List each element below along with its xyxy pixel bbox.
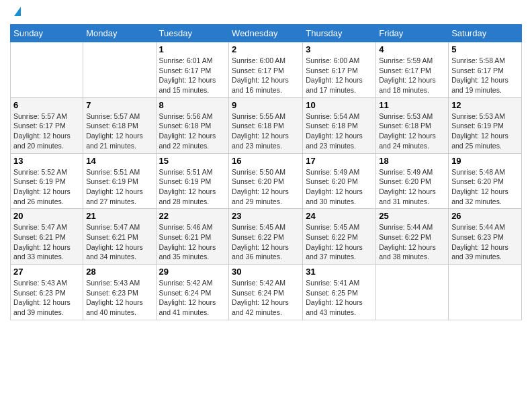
logo (10, 7, 24, 19)
day-number: 9 (232, 100, 300, 110)
calendar-page: SundayMondayTuesdayWednesdayThursdayFrid… (0, 0, 532, 411)
calendar-cell: 3Sunrise: 6:00 AMSunset: 6:17 PMDaylight… (303, 42, 376, 98)
day-info: Sunrise: 5:41 AMSunset: 6:25 PMDaylight:… (306, 278, 373, 318)
day-number: 22 (159, 211, 226, 221)
day-info: Sunrise: 5:49 AMSunset: 6:20 PMDaylight:… (306, 167, 373, 207)
calendar-cell: 6Sunrise: 5:57 AMSunset: 6:17 PMDaylight… (11, 97, 83, 153)
day-header-tuesday: Tuesday (156, 25, 229, 42)
day-info: Sunrise: 5:51 AMSunset: 6:19 PMDaylight:… (86, 167, 152, 207)
calendar-cell: 8Sunrise: 5:56 AMSunset: 6:18 PMDaylight… (156, 97, 229, 153)
day-info: Sunrise: 5:53 AMSunset: 6:19 PMDaylight:… (451, 111, 519, 151)
day-info: Sunrise: 5:48 AMSunset: 6:20 PMDaylight:… (451, 167, 519, 207)
day-info: Sunrise: 5:43 AMSunset: 6:23 PMDaylight:… (13, 278, 80, 318)
day-number: 29 (159, 267, 226, 277)
day-info: Sunrise: 5:54 AMSunset: 6:18 PMDaylight:… (306, 111, 373, 151)
calendar-cell: 25Sunrise: 5:44 AMSunset: 6:22 PMDayligh… (376, 209, 449, 265)
day-number: 30 (232, 267, 300, 277)
day-number: 18 (379, 156, 445, 166)
calendar-cell (449, 265, 522, 320)
calendar-cell: 12Sunrise: 5:53 AMSunset: 6:19 PMDayligh… (449, 97, 522, 153)
calendar-cell (376, 265, 449, 320)
day-info: Sunrise: 5:49 AMSunset: 6:20 PMDaylight:… (379, 167, 445, 207)
day-info: Sunrise: 5:46 AMSunset: 6:21 PMDaylight:… (159, 222, 226, 262)
day-info: Sunrise: 5:53 AMSunset: 6:18 PMDaylight:… (379, 111, 445, 151)
calendar-cell: 30Sunrise: 5:42 AMSunset: 6:24 PMDayligh… (229, 265, 303, 320)
day-number: 24 (306, 211, 373, 221)
day-number: 26 (451, 211, 519, 221)
week-row-1: 1Sunrise: 6:01 AMSunset: 6:17 PMDaylight… (11, 42, 522, 98)
day-header-friday: Friday (376, 25, 449, 42)
day-header-thursday: Thursday (303, 25, 376, 42)
day-number: 19 (451, 156, 519, 166)
day-number: 11 (379, 100, 445, 110)
day-number: 27 (13, 267, 80, 277)
calendar-cell: 26Sunrise: 5:44 AMSunset: 6:23 PMDayligh… (449, 209, 522, 265)
day-number: 14 (86, 156, 152, 166)
day-number: 31 (306, 267, 373, 277)
calendar-cell: 9Sunrise: 5:55 AMSunset: 6:18 PMDaylight… (229, 97, 303, 153)
calendar-cell (83, 42, 156, 98)
day-info: Sunrise: 5:56 AMSunset: 6:18 PMDaylight:… (159, 111, 226, 151)
day-number: 8 (159, 100, 226, 110)
day-info: Sunrise: 5:59 AMSunset: 6:17 PMDaylight:… (379, 56, 445, 95)
day-info: Sunrise: 5:58 AMSunset: 6:17 PMDaylight:… (451, 56, 519, 95)
day-info: Sunrise: 5:57 AMSunset: 6:18 PMDaylight:… (86, 111, 152, 151)
day-number: 3 (306, 44, 373, 54)
day-number: 13 (13, 156, 80, 166)
calendar-cell: 28Sunrise: 5:43 AMSunset: 6:23 PMDayligh… (83, 265, 156, 320)
day-number: 20 (13, 211, 80, 221)
day-number: 2 (232, 44, 300, 54)
calendar-cell: 27Sunrise: 5:43 AMSunset: 6:23 PMDayligh… (11, 265, 83, 320)
day-info: Sunrise: 5:47 AMSunset: 6:21 PMDaylight:… (86, 222, 152, 262)
day-info: Sunrise: 5:42 AMSunset: 6:24 PMDaylight:… (232, 278, 300, 318)
calendar-cell: 13Sunrise: 5:52 AMSunset: 6:19 PMDayligh… (11, 153, 83, 209)
day-header-wednesday: Wednesday (229, 25, 303, 42)
day-number: 21 (86, 211, 152, 221)
day-info: Sunrise: 6:01 AMSunset: 6:17 PMDaylight:… (159, 56, 226, 95)
day-number: 16 (232, 156, 300, 166)
day-info: Sunrise: 6:00 AMSunset: 6:17 PMDaylight:… (232, 56, 300, 95)
calendar-cell: 1Sunrise: 6:01 AMSunset: 6:17 PMDaylight… (156, 42, 229, 98)
calendar-cell: 11Sunrise: 5:53 AMSunset: 6:18 PMDayligh… (376, 97, 449, 153)
calendar-cell: 23Sunrise: 5:45 AMSunset: 6:22 PMDayligh… (229, 209, 303, 265)
day-number: 1 (159, 44, 226, 54)
day-number: 7 (86, 100, 152, 110)
calendar-cell: 17Sunrise: 5:49 AMSunset: 6:20 PMDayligh… (303, 153, 376, 209)
day-number: 23 (232, 211, 300, 221)
day-number: 17 (306, 156, 373, 166)
calendar-cell: 24Sunrise: 5:45 AMSunset: 6:22 PMDayligh… (303, 209, 376, 265)
day-number: 12 (451, 100, 519, 110)
calendar-cell: 18Sunrise: 5:49 AMSunset: 6:20 PMDayligh… (376, 153, 449, 209)
week-row-2: 6Sunrise: 5:57 AMSunset: 6:17 PMDaylight… (11, 97, 522, 153)
day-number: 4 (379, 44, 445, 54)
day-number: 6 (13, 100, 80, 110)
calendar-cell: 16Sunrise: 5:50 AMSunset: 6:20 PMDayligh… (229, 153, 303, 209)
calendar-cell: 7Sunrise: 5:57 AMSunset: 6:18 PMDaylight… (83, 97, 156, 153)
day-header-monday: Monday (83, 25, 156, 42)
day-info: Sunrise: 5:45 AMSunset: 6:22 PMDaylight:… (232, 222, 300, 262)
day-info: Sunrise: 5:50 AMSunset: 6:20 PMDaylight:… (232, 167, 300, 207)
day-info: Sunrise: 5:44 AMSunset: 6:22 PMDaylight:… (379, 222, 445, 262)
day-info: Sunrise: 5:43 AMSunset: 6:23 PMDaylight:… (86, 278, 152, 318)
calendar-cell: 4Sunrise: 5:59 AMSunset: 6:17 PMDaylight… (376, 42, 449, 98)
calendar-cell: 20Sunrise: 5:47 AMSunset: 6:21 PMDayligh… (11, 209, 83, 265)
calendar-cell: 10Sunrise: 5:54 AMSunset: 6:18 PMDayligh… (303, 97, 376, 153)
calendar-cell: 5Sunrise: 5:58 AMSunset: 6:17 PMDaylight… (449, 42, 522, 98)
calendar-cell: 22Sunrise: 5:46 AMSunset: 6:21 PMDayligh… (156, 209, 229, 265)
calendar-table: SundayMondayTuesdayWednesdayThursdayFrid… (10, 24, 522, 320)
calendar-cell: 29Sunrise: 5:42 AMSunset: 6:24 PMDayligh… (156, 265, 229, 320)
calendar-cell: 19Sunrise: 5:48 AMSunset: 6:20 PMDayligh… (449, 153, 522, 209)
day-header-sunday: Sunday (11, 25, 83, 42)
day-info: Sunrise: 5:51 AMSunset: 6:19 PMDaylight:… (159, 167, 226, 207)
day-number: 15 (159, 156, 226, 166)
calendar-cell: 21Sunrise: 5:47 AMSunset: 6:21 PMDayligh… (83, 209, 156, 265)
day-info: Sunrise: 5:55 AMSunset: 6:18 PMDaylight:… (232, 111, 300, 151)
day-info: Sunrise: 5:45 AMSunset: 6:22 PMDaylight:… (306, 222, 373, 262)
day-info: Sunrise: 6:00 AMSunset: 6:17 PMDaylight:… (306, 56, 373, 95)
logo-triangle-icon (11, 5, 24, 17)
week-row-3: 13Sunrise: 5:52 AMSunset: 6:19 PMDayligh… (11, 153, 522, 209)
header (10, 7, 522, 19)
calendar-cell: 15Sunrise: 5:51 AMSunset: 6:19 PMDayligh… (156, 153, 229, 209)
calendar-cell (11, 42, 83, 98)
calendar-cell: 14Sunrise: 5:51 AMSunset: 6:19 PMDayligh… (83, 153, 156, 209)
